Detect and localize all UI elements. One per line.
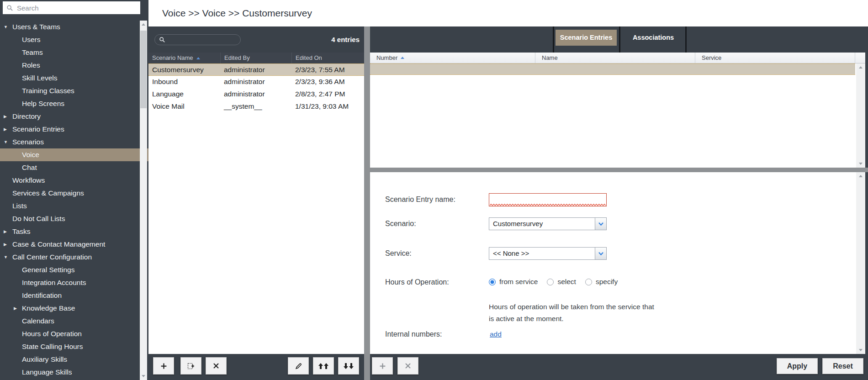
scenario-list-panel: 4 entries Scenario Name Edited By Edited… [148, 26, 364, 380]
scroll-down-icon[interactable] [142, 375, 145, 377]
header-bar: Voice >> Voice >> Customersurvey [148, 0, 868, 26]
chevron-down-icon[interactable] [595, 248, 606, 259]
sidebar-search[interactable] [3, 1, 140, 14]
sort-asc-icon [196, 57, 200, 59]
radio-icon[interactable] [547, 279, 554, 285]
tab-scenario-entries[interactable]: Scenario Entries [556, 30, 617, 46]
delete-association-button[interactable] [397, 357, 418, 375]
sidebar-item-integration-accounts[interactable]: Integration Accounts [0, 276, 148, 289]
sidebar-item-users-teams[interactable]: ▼ Users & Teams [0, 21, 148, 33]
radio-icon[interactable] [489, 279, 496, 285]
table-row-language[interactable]: Language administrator 2/8/23, 2:47 PM [148, 88, 364, 100]
column-edited-by[interactable]: Edited By [220, 53, 291, 63]
reset-button[interactable]: Reset [822, 358, 863, 374]
sidebar-item-lists[interactable]: Lists [0, 200, 148, 212]
tree-arrow-icon[interactable]: ▼ [4, 251, 11, 264]
tree-arrow-icon[interactable]: ▶ [4, 123, 11, 136]
sidebar-item-knowledge-base[interactable]: ▶ Knowledge Base [0, 302, 148, 315]
scroll-up-icon[interactable] [142, 23, 145, 26]
table-row-customersurvey[interactable]: Customersurvey administrator 2/3/23, 7:5… [148, 63, 364, 76]
table-row-voice-mail[interactable]: Voice Mail __system__ 1/31/23, 9:03 AM [148, 100, 364, 113]
delete-button[interactable] [206, 357, 227, 375]
sidebar-item-skill-levels[interactable]: Skill Levels [0, 72, 148, 84]
scenario-entry-name-input[interactable] [489, 193, 607, 206]
sidebar-item-training-classes[interactable]: Training Classes [0, 84, 148, 97]
sidebar-item-general-settings[interactable]: General Settings [0, 264, 148, 276]
edit-button[interactable] [288, 357, 309, 375]
cell-edited-by: administrator [220, 76, 291, 88]
column-number[interactable]: Number [370, 53, 535, 63]
sidebar-item-calendars[interactable]: Calendars [0, 315, 148, 327]
sidebar-item-tasks[interactable]: ▶ Tasks [0, 225, 148, 238]
tree-arrow-icon[interactable]: ▶ [4, 110, 11, 123]
tab-associations[interactable]: Associations [623, 30, 684, 46]
radio-option-select[interactable]: select [547, 278, 576, 286]
horizontal-splitter[interactable] [370, 168, 868, 172]
tab-separator [685, 26, 687, 53]
vertical-splitter[interactable] [364, 26, 370, 380]
sidebar-item-voice[interactable]: Voice [0, 148, 148, 161]
close-icon [405, 363, 411, 369]
sidebar-item-language-skills[interactable]: Language Skills [0, 366, 148, 379]
add-association-button[interactable] [372, 357, 393, 375]
sidebar-item-services-campaigns[interactable]: Services & Campaigns [0, 187, 148, 200]
chevron-down-icon[interactable] [595, 218, 606, 230]
list-search-input[interactable] [165, 36, 255, 43]
sidebar-item-scenario-entries[interactable]: ▶ Scenario Entries [0, 123, 148, 136]
scroll-down-icon[interactable] [859, 349, 863, 351]
sidebar-item-directory[interactable]: ▶ Directory [0, 110, 148, 123]
list-search[interactable] [154, 34, 241, 45]
sidebar-search-input[interactable] [13, 4, 140, 12]
column-name[interactable]: Name [535, 53, 695, 63]
tree-arrow-icon[interactable]: ▶ [14, 302, 21, 315]
scroll-thumb[interactable] [140, 31, 147, 108]
hours-help-line2: is active at the moment. [489, 313, 654, 325]
sidebar-scrollbar[interactable] [140, 21, 147, 380]
cell-edited-on: 2/3/23, 7:55 AM [291, 64, 364, 75]
tree-arrow-icon[interactable]: ▼ [4, 136, 11, 148]
apply-button[interactable]: Apply [777, 358, 818, 374]
column-label: Name [542, 53, 558, 63]
scroll-up-icon[interactable] [859, 66, 863, 69]
sidebar-item-workflows[interactable]: Workflows [0, 174, 148, 187]
tree-arrow-icon[interactable]: ▶ [4, 238, 11, 251]
sidebar-nav: ▼ Users & Teams Users Teams Roles Skill … [0, 21, 148, 379]
column-edited-on[interactable]: Edited On [291, 53, 364, 63]
add-from-template-button[interactable] [180, 357, 201, 375]
radio-option-specify[interactable]: specify [585, 278, 618, 286]
sidebar-item-users[interactable]: Users [0, 33, 148, 46]
column-service[interactable]: Service [695, 53, 855, 63]
scenario-select[interactable]: Customersurvey [489, 217, 607, 230]
sidebar-item-state-calling-hours[interactable]: State Calling Hours [0, 340, 148, 353]
associations-scrollbar[interactable] [856, 63, 865, 168]
sidebar-item-roles[interactable]: Roles [0, 59, 148, 72]
sidebar-item-auxiliary-skills[interactable]: Auxiliary Skills [0, 353, 148, 366]
table-row-inbound[interactable]: Inbound administrator 2/3/23, 9:36 AM [148, 76, 364, 88]
sidebar-item-chat[interactable]: Chat [0, 161, 148, 174]
sidebar-item-label: Voice [22, 151, 39, 158]
sidebar-item-identification[interactable]: Identification [0, 289, 148, 302]
scroll-up-icon[interactable] [859, 175, 863, 177]
sidebar-item-teams[interactable]: Teams [0, 46, 148, 59]
tree-arrow-icon[interactable]: ▼ [4, 21, 11, 33]
selected-empty-row[interactable] [370, 63, 855, 75]
sidebar-item-label: Case & Contact Management [12, 240, 105, 248]
sidebar-item-call-center-configuration[interactable]: ▼ Call Center Configuration [0, 251, 148, 264]
add-button[interactable] [153, 357, 174, 375]
sidebar-item-label: Calendars [22, 317, 54, 325]
column-scenario-name[interactable]: Scenario Name [148, 53, 220, 63]
move-down-button[interactable] [338, 357, 359, 375]
sidebar-item-hours-of-operation[interactable]: Hours of Operation [0, 327, 148, 340]
tree-arrow-icon[interactable]: ▶ [4, 225, 11, 238]
add-internal-number-link[interactable]: add [490, 330, 502, 339]
sidebar-item-case-contact-management[interactable]: ▶ Case & Contact Management [0, 238, 148, 251]
service-select[interactable]: << None >> [489, 247, 607, 260]
sidebar-item-scenarios[interactable]: ▼ Scenarios [0, 136, 148, 148]
form-scrollbar[interactable] [856, 172, 865, 354]
scroll-down-icon[interactable] [859, 163, 863, 165]
radio-option-from-service[interactable]: from service [489, 278, 538, 286]
radio-icon[interactable] [585, 279, 592, 285]
sidebar-item-do-not-call-lists[interactable]: Do Not Call Lists [0, 212, 148, 225]
move-up-button[interactable] [313, 357, 334, 375]
sidebar-item-help-screens[interactable]: Help Screens [0, 97, 148, 110]
